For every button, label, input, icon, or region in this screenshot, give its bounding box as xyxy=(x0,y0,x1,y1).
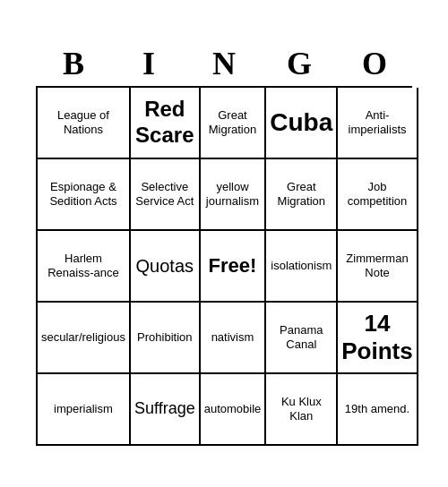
bingo-cell: yellow journalism xyxy=(201,159,267,231)
bingo-grid: League of NationsRed ScareGreat Migratio… xyxy=(36,86,412,446)
header-letter: G xyxy=(262,41,337,86)
bingo-cell: Zimmerman Note xyxy=(338,231,418,303)
cell-text: Free! xyxy=(209,254,257,278)
bingo-cell: Job competition xyxy=(338,159,418,231)
cell-text: Harlem Renaiss-ance xyxy=(41,252,125,279)
bingo-cell: isolationism xyxy=(266,231,338,303)
cell-text: isolationism xyxy=(271,259,332,273)
cell-text: Ku Klux Klan xyxy=(270,395,332,423)
header-letter: O xyxy=(337,41,412,86)
bingo-cell: Anti-imperialists xyxy=(338,88,418,159)
cell-text: Red Scare xyxy=(134,97,195,149)
cell-text: Prohibition xyxy=(137,330,192,345)
bingo-card: BINGO League of NationsRed ScareGreat Mi… xyxy=(27,32,421,455)
bingo-cell: League of Nations xyxy=(38,88,131,159)
bingo-cell: nativism xyxy=(201,303,267,374)
cell-text: nativism xyxy=(211,330,254,345)
bingo-cell: Quotas xyxy=(131,231,201,303)
header-letter: B xyxy=(36,41,111,86)
cell-text: imperialism xyxy=(54,402,113,416)
cell-text: Great Migration xyxy=(204,108,262,136)
bingo-cell: Free! xyxy=(201,231,267,303)
header-letter: N xyxy=(186,41,262,86)
bingo-cell: Espionage & Sedition Acts xyxy=(38,159,131,231)
bingo-cell: Great Migration xyxy=(201,88,267,159)
bingo-cell: Panama Canal xyxy=(266,303,338,374)
bingo-cell: Harlem Renaiss-ance xyxy=(38,231,131,303)
cell-text: Selective Service Act xyxy=(134,180,195,208)
cell-text: 14 Points xyxy=(341,310,412,365)
bingo-cell: Selective Service Act xyxy=(131,159,201,231)
cell-text: Zimmerman Note xyxy=(341,252,412,279)
cell-text: Espionage & Sedition Acts xyxy=(41,180,125,208)
bingo-cell: 19th amend. xyxy=(338,374,418,446)
bingo-cell: imperialism xyxy=(38,374,131,446)
bingo-cell: Red Scare xyxy=(131,88,201,159)
cell-text: automobile xyxy=(204,402,262,416)
cell-text: Cuba xyxy=(270,107,332,138)
cell-text: Panama Canal xyxy=(270,323,332,351)
bingo-cell: 14 Points xyxy=(338,303,418,374)
bingo-cell: Great Migration xyxy=(266,159,338,231)
cell-text: yellow journalism xyxy=(204,180,262,208)
cell-text: Quotas xyxy=(136,255,194,277)
bingo-cell: secular/religious xyxy=(38,303,131,374)
bingo-header: BINGO xyxy=(36,41,412,86)
bingo-cell: Ku Klux Klan xyxy=(266,374,338,446)
cell-text: Suffrage xyxy=(134,399,195,419)
cell-text: League of Nations xyxy=(41,108,125,136)
cell-text: Job competition xyxy=(341,180,412,208)
cell-text: 19th amend. xyxy=(345,402,409,416)
cell-text: Great Migration xyxy=(270,180,332,208)
bingo-cell: automobile xyxy=(201,374,267,446)
bingo-cell: Prohibition xyxy=(131,303,201,374)
bingo-cell: Cuba xyxy=(266,88,338,159)
bingo-cell: Suffrage xyxy=(131,374,201,446)
cell-text: Anti-imperialists xyxy=(341,108,412,136)
cell-text: secular/religious xyxy=(41,330,125,345)
header-letter: I xyxy=(111,41,186,86)
